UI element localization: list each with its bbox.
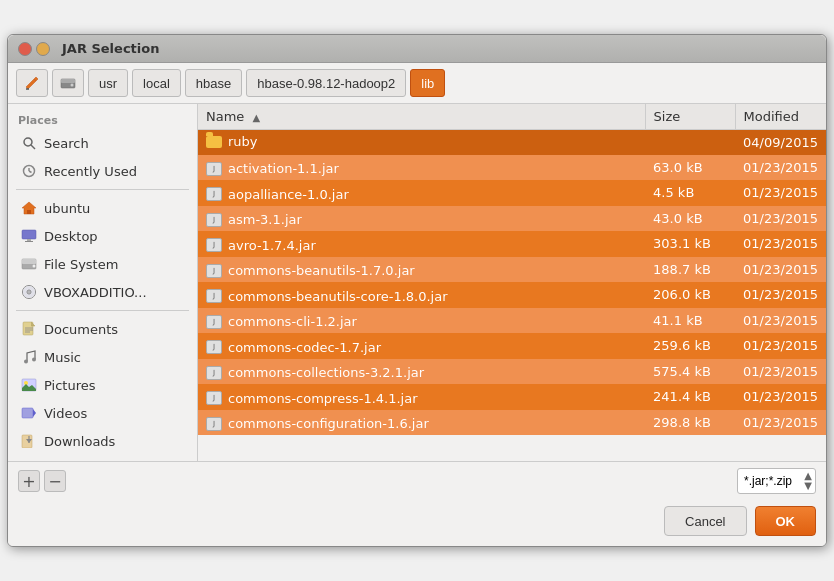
file-area: Name ▲ Size Modified ruby04/09/ [198, 104, 826, 461]
filter-select[interactable]: *.jar;*.zip *.jar *.zip All Files [737, 468, 816, 494]
sidebar-item-pictures[interactable]: Pictures [10, 371, 195, 399]
sidebar-item-label-file-system: File System [44, 257, 118, 272]
download-icon [20, 432, 38, 450]
jar-icon: J [206, 340, 222, 354]
sidebar-item-music[interactable]: Music [10, 343, 195, 371]
file-modified-cell: 01/23/2015 [735, 180, 826, 206]
sidebar-item-label-ubuntu: ubuntu [44, 201, 90, 216]
folder-icon [206, 136, 222, 148]
sidebar-item-label-pictures: Pictures [44, 378, 95, 393]
column-header-name[interactable]: Name ▲ [198, 104, 645, 130]
file-modified-cell: 01/23/2015 [735, 333, 826, 359]
jar-icon: J [206, 187, 222, 201]
file-size-cell: 206.0 kB [645, 282, 735, 308]
jar-icon: J [206, 264, 222, 278]
file-size-cell: 4.5 kB [645, 180, 735, 206]
sidebar-item-ubuntu[interactable]: ubuntu [10, 194, 195, 222]
file-name-cell: J commons-beanutils-core-1.8.0.jar [198, 282, 645, 308]
breadcrumb-lib[interactable]: lib [410, 69, 445, 97]
sidebar-item-desktop[interactable]: Desktop [10, 222, 195, 250]
sidebar-item-recently-used[interactable]: Recently Used [10, 157, 195, 185]
jar-icon: J [206, 417, 222, 431]
toolbar: usr local hbase hbase-0.98.12-hadoop2 li… [8, 63, 826, 104]
file-name-cell: J asm-3.1.jar [198, 206, 645, 232]
drive-icon-button[interactable] [52, 69, 84, 97]
file-name-cell: J commons-cli-1.2.jar [198, 308, 645, 334]
sidebar-item-label-videos: Videos [44, 406, 87, 421]
file-size-cell: 298.8 kB [645, 410, 735, 436]
sidebar-item-file-system[interactable]: File System [10, 250, 195, 278]
sidebar-item-label-desktop: Desktop [44, 229, 98, 244]
table-row[interactable]: J commons-beanutils-1.7.0.jar188.7 kB01/… [198, 257, 826, 283]
edit-icon-button[interactable] [16, 69, 48, 97]
sidebar-section-label: Places [8, 110, 197, 129]
main-area: Places Search [8, 104, 826, 461]
file-modified-cell: 01/23/2015 [735, 384, 826, 410]
file-modified-cell: 04/09/2015 [735, 130, 826, 155]
svg-point-3 [71, 84, 74, 87]
file-size-cell: 41.1 kB [645, 308, 735, 334]
file-list-scroll[interactable]: Name ▲ Size Modified ruby04/09/ [198, 104, 826, 461]
close-button[interactable] [18, 42, 32, 56]
sidebar-item-label-music: Music [44, 350, 81, 365]
svg-point-25 [32, 358, 36, 362]
titlebar: JAR Selection [8, 35, 826, 63]
ok-button[interactable]: OK [755, 506, 817, 536]
table-row[interactable]: J commons-configuration-1.6.jar298.8 kB0… [198, 410, 826, 436]
breadcrumb-usr[interactable]: usr [88, 69, 128, 97]
sidebar-item-videos[interactable]: Videos [10, 399, 195, 427]
table-row[interactable]: J asm-3.1.jar43.0 kB01/23/2015 [198, 206, 826, 232]
file-size-cell: 188.7 kB [645, 257, 735, 283]
filter-select-wrap: *.jar;*.zip *.jar *.zip All Files ▲▼ [737, 468, 816, 494]
sidebar-item-downloads[interactable]: Downloads [10, 427, 195, 455]
table-row[interactable]: J commons-collections-3.2.1.jar575.4 kB0… [198, 359, 826, 385]
sidebar-item-label-downloads: Downloads [44, 434, 115, 449]
drive-icon [20, 255, 38, 273]
svg-marker-29 [33, 409, 36, 417]
file-modified-cell: 01/23/2015 [735, 410, 826, 436]
file-modified-cell: 01/23/2015 [735, 257, 826, 283]
breadcrumb-local[interactable]: local [132, 69, 181, 97]
svg-rect-9 [27, 210, 31, 214]
sidebar-item-documents[interactable]: Documents [10, 315, 195, 343]
sidebar-item-vboxadditions[interactable]: VBOXADDITIO... [10, 278, 195, 306]
column-header-size[interactable]: Size [645, 104, 735, 130]
breadcrumb-hbase-version[interactable]: hbase-0.98.12-hadoop2 [246, 69, 406, 97]
table-row[interactable]: J commons-cli-1.2.jar41.1 kB01/23/2015 [198, 308, 826, 334]
window-title: JAR Selection [62, 41, 159, 56]
jar-icon: J [206, 289, 222, 303]
svg-rect-12 [25, 241, 33, 242]
svg-line-8 [29, 171, 32, 173]
column-header-modified[interactable]: Modified [735, 104, 826, 130]
table-row[interactable]: J commons-compress-1.4.1.jar241.4 kB01/2… [198, 384, 826, 410]
minimize-button[interactable] [36, 42, 50, 56]
jar-icon: J [206, 391, 222, 405]
file-name-cell: J aopalliance-1.0.jar [198, 180, 645, 206]
svg-rect-28 [22, 408, 33, 418]
file-name-cell: J commons-configuration-1.6.jar [198, 410, 645, 436]
svg-rect-11 [27, 239, 31, 241]
table-row[interactable]: J activation-1.1.jar63.0 kB01/23/2015 [198, 155, 826, 181]
file-size-cell [645, 130, 735, 155]
file-size-cell: 259.6 kB [645, 333, 735, 359]
file-size-cell: 63.0 kB [645, 155, 735, 181]
table-row[interactable]: ruby04/09/2015 [198, 130, 826, 155]
table-row[interactable]: J commons-codec-1.7.jar259.6 kB01/23/201… [198, 333, 826, 359]
documents-icon [20, 320, 38, 338]
disc-icon [20, 283, 38, 301]
file-name-cell: J commons-codec-1.7.jar [198, 333, 645, 359]
file-size-cell: 303.1 kB [645, 231, 735, 257]
sidebar-item-search[interactable]: Search [10, 129, 195, 157]
file-size-cell: 575.4 kB [645, 359, 735, 385]
file-size-cell: 43.0 kB [645, 206, 735, 232]
remove-location-button[interactable]: − [44, 470, 66, 492]
table-row[interactable]: J avro-1.7.4.jar303.1 kB01/23/2015 [198, 231, 826, 257]
window-controls [18, 42, 50, 56]
table-row[interactable]: J aopalliance-1.0.jar4.5 kB01/23/2015 [198, 180, 826, 206]
breadcrumb-hbase[interactable]: hbase [185, 69, 242, 97]
add-location-button[interactable]: + [18, 470, 40, 492]
table-row[interactable]: J commons-beanutils-core-1.8.0.jar206.0 … [198, 282, 826, 308]
video-icon [20, 404, 38, 422]
svg-rect-30 [22, 435, 32, 448]
cancel-button[interactable]: Cancel [664, 506, 746, 536]
